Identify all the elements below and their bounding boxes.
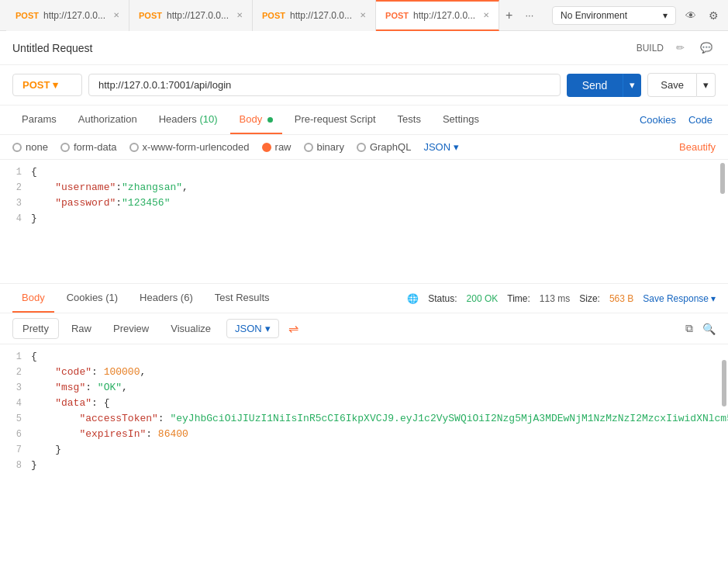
- view-tab-visualize[interactable]: Visualize: [161, 319, 220, 338]
- tab-bar: POST http://127.0.0... ✕ POST http://127…: [0, 0, 728, 31]
- chevron-down-icon: ▾: [663, 10, 668, 21]
- tab-body[interactable]: Body: [230, 105, 282, 134]
- radio-formdata: [60, 143, 70, 152]
- resp-line-3: 3 "msg": "OK",: [0, 382, 728, 397]
- req-line-4: 4 }: [0, 213, 728, 228]
- tab-3-url: http://127.0.0...: [290, 10, 352, 21]
- tab-authorization[interactable]: Authorization: [69, 105, 147, 134]
- eye-icon[interactable]: 👁: [682, 6, 699, 25]
- copy-button[interactable]: ⧉: [685, 322, 693, 335]
- option-none[interactable]: none: [12, 141, 48, 153]
- save-button[interactable]: Save: [647, 73, 697, 97]
- env-select[interactable]: No Environment ▾: [552, 6, 676, 25]
- cookies-link[interactable]: Cookies: [637, 106, 679, 133]
- response-tabs-bar: Body Cookies (1) Headers (6) Test Result…: [0, 284, 728, 313]
- tab-3-method: POST: [262, 11, 285, 20]
- resp-line-1: 1 {: [0, 351, 728, 366]
- tab-2-url: http://127.0.0...: [167, 10, 229, 21]
- resp-tab-headers[interactable]: Headers (6): [130, 284, 202, 313]
- tab-1[interactable]: POST http://127.0.0... ✕: [6, 0, 129, 31]
- radio-binary: [304, 143, 313, 152]
- url-bar: POST ▾ Send ▾ Save ▾: [0, 65, 728, 105]
- option-graphql[interactable]: GraphQL: [357, 141, 411, 153]
- code-link[interactable]: Code: [685, 106, 716, 133]
- resp-tab-body[interactable]: Body: [12, 284, 54, 313]
- body-options: none form-data x-www-form-urlencoded raw…: [0, 135, 728, 160]
- tab-1-method: POST: [16, 11, 39, 20]
- save-response-arrow: ▾: [711, 293, 716, 304]
- time-label: Time:: [507, 293, 530, 304]
- tab-4[interactable]: POST http://127.0.0... ✕: [376, 0, 499, 31]
- option-binary[interactable]: binary: [304, 141, 344, 153]
- resp-tab-test-results[interactable]: Test Results: [205, 284, 279, 313]
- tab-prerequest[interactable]: Pre-request Script: [285, 105, 385, 134]
- more-tabs-button[interactable]: ···: [519, 9, 540, 21]
- url-input[interactable]: [88, 74, 561, 96]
- option-urlencoded[interactable]: x-www-form-urlencoded: [129, 141, 250, 153]
- tab-3-close[interactable]: ✕: [360, 11, 366, 19]
- tab-settings[interactable]: Settings: [433, 105, 488, 134]
- tab-tests[interactable]: Tests: [388, 105, 430, 134]
- resp-tab-cookies[interactable]: Cookies (1): [57, 284, 127, 313]
- resp-line-6: 6 "expiresIn": 86400: [0, 428, 728, 444]
- tab-2-method: POST: [139, 11, 162, 20]
- tab-2-close[interactable]: ✕: [236, 11, 243, 19]
- view-tab-pretty[interactable]: Pretty: [12, 318, 59, 339]
- env-label: No Environment: [561, 10, 627, 21]
- method-select[interactable]: POST ▾: [12, 74, 82, 96]
- req-tab-right: Cookies Code: [637, 106, 716, 133]
- json-arrow-icon: ▾: [454, 141, 459, 153]
- send-arrow-button[interactable]: ▾: [623, 74, 641, 97]
- status-label: Status:: [428, 293, 457, 304]
- json-format-select[interactable]: JSON ▾: [423, 141, 459, 153]
- view-format-select[interactable]: JSON ▾: [226, 319, 279, 338]
- wrap-button[interactable]: ⇌: [288, 321, 298, 336]
- add-tab-button[interactable]: +: [499, 9, 519, 22]
- option-raw[interactable]: raw: [262, 141, 292, 153]
- size-value: 563 B: [609, 293, 633, 304]
- edit-icon[interactable]: ✏: [673, 39, 688, 57]
- radio-none: [12, 143, 22, 152]
- tab-1-close[interactable]: ✕: [113, 11, 119, 19]
- radio-graphql: [357, 143, 366, 152]
- resp-line-2: 2 "code": 100000,: [0, 366, 728, 382]
- tab-1-url: http://127.0.0...: [43, 10, 105, 21]
- send-button-group: Send ▾: [567, 74, 642, 97]
- view-tab-raw[interactable]: Raw: [62, 319, 101, 338]
- settings-icon[interactable]: ⚙: [706, 6, 722, 25]
- beautify-button[interactable]: Beautify: [679, 141, 716, 153]
- save-arrow-button[interactable]: ▾: [697, 73, 716, 97]
- radio-raw: [262, 143, 271, 152]
- radio-urlencoded: [129, 143, 139, 152]
- response-body-editor[interactable]: 1 { 2 "code": 100000, 3 "msg": "OK", 4 "…: [0, 344, 728, 500]
- req-line-1: 1 {: [0, 166, 728, 182]
- method-arrow: ▾: [53, 79, 58, 91]
- comment-icon[interactable]: 💬: [697, 39, 716, 57]
- globe-icon: 🌐: [407, 293, 419, 304]
- request-title-bar: Untitled Request BUILD ✏ 💬: [0, 31, 728, 65]
- env-section: No Environment ▾ 👁 ⚙: [552, 6, 722, 25]
- json-format-label: JSON: [423, 141, 450, 153]
- option-formdata[interactable]: form-data: [60, 141, 117, 153]
- build-button[interactable]: BUILD: [637, 43, 664, 54]
- tab-4-close[interactable]: ✕: [483, 11, 489, 19]
- size-label: Size:: [579, 293, 600, 304]
- view-format-arrow: ▾: [265, 323, 271, 334]
- request-body-editor[interactable]: 1 { 2 "username":"zhangsan", 3 "password…: [0, 160, 728, 284]
- request-title: Untitled Request: [12, 42, 627, 54]
- search-button[interactable]: 🔍: [702, 323, 716, 335]
- view-tab-preview[interactable]: Preview: [104, 319, 158, 338]
- request-tabs: Params Authorization Headers (10) Body P…: [0, 105, 728, 135]
- tab-4-url: http://127.0.0...: [413, 10, 475, 21]
- response-scrollbar[interactable]: [722, 360, 726, 406]
- save-response-button[interactable]: Save Response ▾: [643, 293, 716, 304]
- tab-headers[interactable]: Headers (10): [150, 105, 227, 134]
- tab-params[interactable]: Params: [12, 105, 66, 134]
- tab-3[interactable]: POST http://127.0.0... ✕: [253, 0, 376, 31]
- resp-line-8: 8 }: [0, 459, 728, 475]
- tab-2[interactable]: POST http://127.0.0... ✕: [129, 0, 253, 31]
- send-button[interactable]: Send: [567, 74, 623, 97]
- response-status: 🌐 Status: 200 OK Time: 113 ms Size: 563 …: [407, 293, 716, 304]
- resp-line-7: 7 }: [0, 444, 728, 459]
- req-line-2: 2 "username":"zhangsan",: [0, 182, 728, 197]
